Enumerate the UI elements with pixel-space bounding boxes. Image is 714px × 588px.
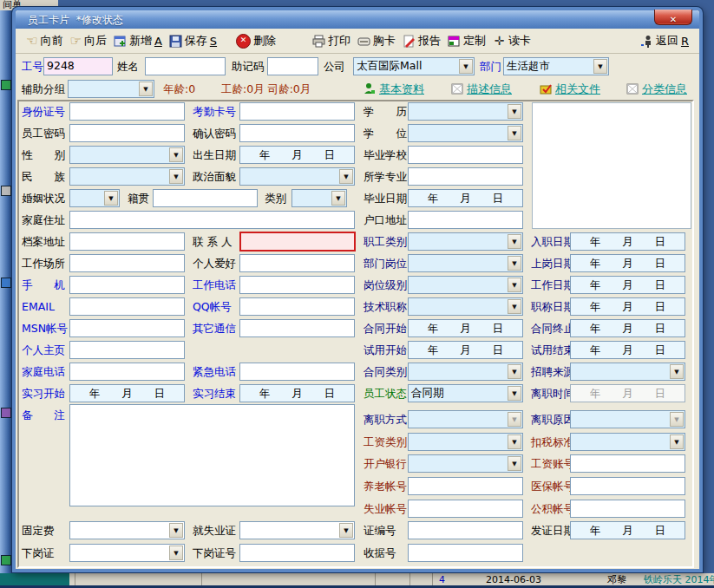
emp-no-input[interactable]: 9248	[43, 57, 113, 75]
post-date-input[interactable]: 年 月 日	[570, 254, 685, 272]
laidoff-no-input[interactable]	[239, 544, 355, 562]
contact-input[interactable]	[239, 232, 356, 252]
label-tech-title: 技术职称	[364, 297, 407, 316]
contract-start-input[interactable]: 年 月 日	[408, 319, 523, 337]
remark-textarea[interactable]	[69, 404, 355, 506]
tab-classification[interactable]: 分类信息	[642, 80, 687, 98]
background-icon	[1, 555, 11, 565]
tab-related-files[interactable]: 相关文件	[555, 80, 600, 98]
background-status-text: 铁岭乐天 2014年03月26日已筹	[644, 574, 714, 586]
mobile-input[interactable]	[69, 276, 185, 294]
mnemonic-input[interactable]	[267, 57, 318, 75]
msn-input[interactable]	[69, 319, 185, 337]
date-placeholder: 年 月 日	[590, 386, 666, 402]
home-phone-input[interactable]	[69, 363, 185, 381]
tech-title-select[interactable]	[408, 297, 523, 316]
email-input[interactable]	[69, 297, 185, 316]
close-button[interactable]	[654, 10, 692, 25]
label-hobby: 个人爱好	[193, 254, 236, 272]
toolbar-report-button[interactable]: 报告	[399, 32, 444, 49]
medical-account-input[interactable]	[570, 477, 685, 495]
label-gender: 性 别	[22, 146, 65, 164]
fund-account-input[interactable]	[570, 500, 685, 518]
contract-type-select[interactable]	[408, 363, 523, 381]
label-contact: 联 系 人	[193, 232, 232, 251]
salary-account-input[interactable]	[570, 454, 685, 473]
birth-date-input[interactable]: 年 月 日	[239, 146, 355, 164]
receipt-no-input[interactable]	[408, 544, 523, 562]
post-level-select[interactable]	[408, 276, 523, 294]
home-address-input[interactable]	[69, 211, 355, 229]
toolbar-readcard-button[interactable]: 读卡	[489, 32, 534, 49]
education-select[interactable]	[408, 102, 523, 121]
laidoff-cert-select[interactable]	[69, 544, 185, 562]
emergency-phone-input[interactable]	[239, 363, 355, 381]
tax-standard-select[interactable]	[570, 433, 685, 451]
cert-date-input[interactable]: 年 月 日	[570, 521, 685, 539]
background-window-edge	[0, 0, 12, 588]
label-homepage: 个人主页	[22, 341, 65, 359]
date-placeholder: 年 月 日	[259, 147, 336, 163]
politics-select[interactable]	[239, 167, 355, 186]
bank-select[interactable]	[408, 454, 523, 473]
title-date-input[interactable]: 年 月 日	[570, 297, 685, 316]
attend-card-input[interactable]	[239, 102, 355, 121]
other-comm-input[interactable]	[239, 319, 355, 337]
entry-date-input[interactable]: 年 月 日	[570, 232, 685, 251]
tab-basic-info[interactable]: 基本资料	[379, 80, 424, 98]
category-select[interactable]	[291, 189, 347, 207]
toolbar-customize-button[interactable]: 定制	[444, 32, 489, 49]
date-placeholder: 年 月 日	[428, 343, 504, 358]
recruit-source-select[interactable]	[570, 363, 685, 381]
password-input[interactable]	[69, 124, 185, 142]
toolbar-delete-button[interactable]: 删除	[233, 32, 279, 49]
contract-end-input[interactable]: 年 月 日	[570, 319, 685, 337]
emp-category-select[interactable]	[408, 232, 523, 251]
label-entry-date: 入职日期	[531, 232, 574, 251]
grad-date-input[interactable]: 年 月 日	[408, 189, 523, 207]
employee-card-window: 员工卡片 *修改状态 向前 向后 新增A 保存S 删除 打印 胸卡	[12, 7, 703, 572]
intern-start-input[interactable]: 年 月 日	[69, 384, 185, 402]
registered-address-input[interactable]	[408, 211, 523, 229]
qq-input[interactable]	[239, 297, 355, 316]
unemploy-account-input[interactable]	[408, 500, 523, 518]
pension-account-input[interactable]	[408, 477, 523, 495]
marital-select[interactable]	[69, 189, 120, 207]
emp-status-select[interactable]: 合同期	[408, 384, 523, 402]
titlebar[interactable]: 员工卡片 *修改状态	[16, 10, 699, 29]
salary-type-select[interactable]	[408, 433, 523, 451]
toolbar-next-button[interactable]: 向后	[66, 32, 109, 49]
cert-no-input[interactable]	[408, 521, 523, 539]
work-phone-input[interactable]	[239, 276, 355, 294]
major-input[interactable]	[408, 167, 523, 186]
homepage-input[interactable]	[69, 341, 185, 359]
trial-start-input[interactable]: 年 月 日	[408, 341, 523, 359]
aux-group-select[interactable]	[68, 80, 154, 98]
file-address-input[interactable]	[69, 232, 185, 251]
fixed-fee-select[interactable]	[69, 521, 185, 539]
confirm-password-input[interactable]	[239, 124, 355, 142]
toolbar-save-button[interactable]: 保存S	[166, 32, 220, 49]
toolbar-prev-button[interactable]: 向前	[23, 32, 66, 49]
unemp-cert-select[interactable]	[239, 521, 355, 539]
intern-end-input[interactable]: 年 月 日	[239, 384, 355, 402]
id-card-input[interactable]	[69, 102, 185, 121]
hobby-input[interactable]	[239, 254, 355, 272]
toolbar-print-button[interactable]: 打印	[309, 32, 354, 49]
degree-select[interactable]	[408, 124, 523, 142]
toolbar-add-button[interactable]: 新增A	[110, 32, 166, 49]
work-date-input[interactable]: 年 月 日	[570, 276, 685, 294]
workplace-input[interactable]	[69, 254, 185, 272]
gender-select[interactable]	[69, 146, 185, 164]
tab-description[interactable]: 描述信息	[467, 80, 512, 98]
grad-school-input[interactable]	[408, 146, 523, 164]
name-input[interactable]	[145, 57, 226, 75]
native-place-input[interactable]	[153, 189, 258, 207]
ethnic-select[interactable]	[69, 167, 185, 186]
toolbar-badge-button[interactable]: 胸卡	[354, 32, 399, 49]
company-select[interactable]: 太百国际Mall	[353, 57, 475, 75]
trial-end-input[interactable]: 年 月 日	[570, 341, 685, 359]
toolbar-return-button[interactable]: 返回R	[637, 32, 692, 49]
department-select[interactable]: 生活超市	[503, 57, 609, 75]
dept-post-select[interactable]	[408, 254, 523, 272]
